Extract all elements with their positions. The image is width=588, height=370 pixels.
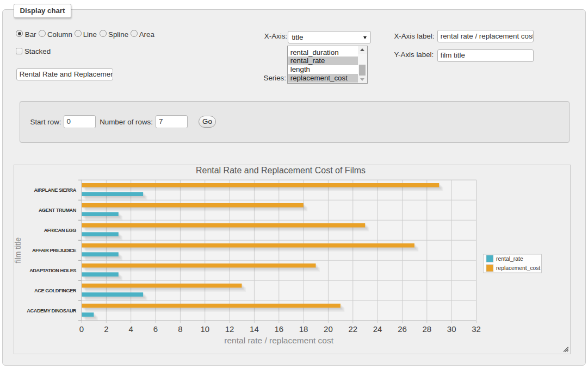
svg-text:rental rate / replacement cost: rental rate / replacement cost <box>224 336 333 345</box>
svg-text:28: 28 <box>422 324 431 334</box>
svg-text:4: 4 <box>129 324 133 334</box>
svg-text:AFFAIR PREJUDICE: AFFAIR PREJUDICE <box>32 248 76 253</box>
svg-text:2: 2 <box>104 324 108 334</box>
svg-text:ADAPTATION HOLES: ADAPTATION HOLES <box>29 268 76 273</box>
svg-text:ACADEMY DINOSAUR: ACADEMY DINOSAUR <box>27 308 76 313</box>
svg-text:rental_rate: rental_rate <box>496 256 523 262</box>
svg-text:ACE GOLDFINGER: ACE GOLDFINGER <box>34 288 77 293</box>
svg-text:12: 12 <box>225 324 234 334</box>
svg-text:replacement_cost: replacement_cost <box>496 265 540 271</box>
svg-text:Rental Rate and Replacement Co: Rental Rate and Replacement Cost of Film… <box>196 166 366 175</box>
svg-text:20: 20 <box>324 324 333 334</box>
svg-text:AFRICAN EGG: AFRICAN EGG <box>44 228 77 233</box>
svg-text:AGENT TRUMAN: AGENT TRUMAN <box>39 208 77 213</box>
svg-text:film title: film title <box>14 237 22 264</box>
svg-text:8: 8 <box>178 324 182 334</box>
svg-text:0: 0 <box>79 324 84 334</box>
svg-text:22: 22 <box>348 324 357 334</box>
svg-text:24: 24 <box>373 324 382 334</box>
svg-text:30: 30 <box>447 324 456 334</box>
svg-text:26: 26 <box>398 324 407 334</box>
svg-text:18: 18 <box>299 324 308 334</box>
svg-text:6: 6 <box>153 324 158 334</box>
svg-text:32: 32 <box>472 324 481 334</box>
svg-text:10: 10 <box>200 324 209 334</box>
svg-text:AIRPLANE SIERRA: AIRPLANE SIERRA <box>34 187 77 193</box>
svg-text:16: 16 <box>274 324 283 334</box>
svg-text:14: 14 <box>250 324 259 334</box>
